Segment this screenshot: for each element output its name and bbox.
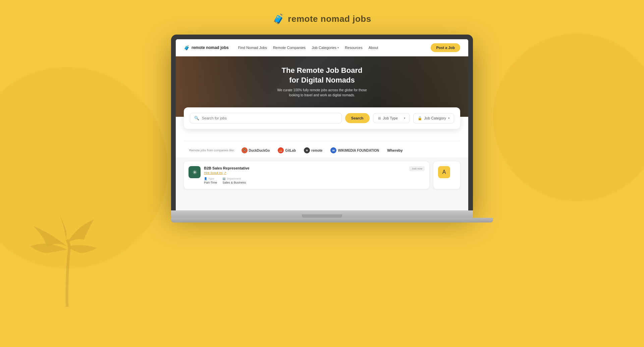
top-brand-icon: 🧳 — [273, 13, 284, 24]
job-type-chevron: ▾ — [404, 116, 406, 120]
job-type-meta: 👤 Type Part-Time — [204, 177, 217, 184]
job-type-meta-value: Part-Time — [204, 181, 217, 184]
job-card-2[interactable]: A — [433, 161, 460, 189]
job-category-label: Job Category — [424, 116, 446, 120]
job-dept-meta: 🏢 Department Sales & Business — [222, 177, 246, 184]
nav-job-categories-chevron: ▾ — [337, 46, 339, 49]
nav-job-categories-label: Job Categories — [312, 46, 336, 50]
company-wikimedia: W WIKIMEDIA FOUNDATION — [330, 147, 379, 153]
job-type-meta-label: 👤 Type — [204, 177, 217, 180]
job-card-1-logo: ✳ — [189, 166, 201, 178]
job-card-1-title: B2B Sales Representative — [204, 166, 406, 170]
job-cards-row: ✳ B2B Sales Representative Hire Scout In… — [184, 161, 460, 189]
hero-content: The Remote Job Board for Digital Nomads … — [176, 56, 468, 98]
company-remote: R remote — [304, 147, 322, 153]
nav-brand: 🧳 remote nomad jobs — [184, 45, 229, 50]
nav-job-categories[interactable]: Job Categories ▾ — [312, 46, 339, 50]
bg-decor-right — [493, 34, 644, 201]
external-link-icon: ↗ — [224, 171, 226, 175]
job-card-2-logo-symbol: A — [442, 169, 446, 175]
gitlab-icon: 🦊 — [278, 147, 284, 153]
company-logos: 🦆 DuckDuckGo 🦊 GitLab R remote — [241, 147, 455, 153]
search-section: 🔍 Search 🖥 Job Type ▾ 🔒 Jo — [176, 117, 468, 129]
job-category-icon: 🔒 — [418, 116, 422, 120]
search-button[interactable]: Search — [345, 113, 370, 123]
laptop-container: 🧳 remote nomad jobs Find Nomad Jobs Remo… — [171, 35, 473, 222]
search-input[interactable] — [202, 116, 337, 120]
job-dept-meta-label: 🏢 Department — [222, 177, 246, 180]
nav-about[interactable]: About — [369, 46, 378, 50]
top-brand: 🧳 remote nomad jobs — [273, 13, 371, 24]
duckduckgo-name: DuckDuckGo — [249, 149, 270, 152]
post-job-button[interactable]: Post a Job — [431, 43, 460, 52]
hero-title: The Remote Job Board for Digital Nomads — [176, 66, 468, 85]
gitlab-name: GitLab — [285, 149, 296, 152]
company-duckduckgo: 🦆 DuckDuckGo — [241, 147, 270, 153]
companies-label: Remote jobs from companies like: — [189, 149, 235, 152]
type-icon: 👤 — [204, 177, 207, 180]
bg-decor-left — [0, 67, 168, 268]
dept-icon: 🏢 — [222, 177, 226, 180]
nav-resources[interactable]: Resources — [345, 46, 363, 50]
nav-remote-companies[interactable]: Remote Companies — [273, 46, 306, 50]
nav-brand-text: remote nomad jobs — [192, 45, 229, 50]
laptop-screen: 🧳 remote nomad jobs Find Nomad Jobs Remo… — [176, 39, 468, 210]
job-type-dropdown[interactable]: 🖥 Job Type ▾ — [373, 113, 410, 123]
job-dept-meta-value: Sales & Business — [222, 181, 246, 184]
job-card-1-info: B2B Sales Representative Hire Scout Inc … — [204, 166, 406, 184]
job-card-1[interactable]: ✳ B2B Sales Representative Hire Scout In… — [184, 161, 429, 189]
nav-links: Find Nomad Jobs Remote Companies Job Cat… — [238, 46, 431, 50]
job-card-1-meta: 👤 Type Part-Time 🏢 Department — [204, 177, 406, 184]
laptop-bottom — [171, 218, 493, 222]
wikimedia-icon: W — [330, 147, 336, 153]
search-row: 🔍 Search 🖥 Job Type ▾ 🔒 Jo — [190, 113, 454, 123]
website-content: 🧳 remote nomad jobs Find Nomad Jobs Remo… — [176, 39, 468, 210]
nav-brand-icon: 🧳 — [184, 45, 190, 50]
nav-find-nomad-jobs[interactable]: Find Nomad Jobs — [238, 46, 267, 50]
job-type-icon: 🖥 — [377, 116, 381, 120]
job-category-dropdown[interactable]: 🔒 Job Category ▾ — [413, 113, 454, 123]
remote-icon: R — [304, 147, 310, 153]
job-card-1-logo-symbol: ✳ — [193, 169, 197, 176]
wikimedia-name: WIKIMEDIA FOUNDATION — [338, 149, 379, 152]
company-whereby: Whereby — [387, 148, 402, 152]
job-card-2-logo: A — [438, 166, 450, 178]
company-gitlab: 🦊 GitLab — [278, 147, 296, 153]
job-card-1-badge: Just now — [409, 166, 425, 171]
search-card: 🔍 Search 🖥 Job Type ▾ 🔒 Jo — [184, 107, 460, 129]
companies-row: Remote jobs from companies like: 🦆 DuckD… — [189, 147, 455, 153]
companies-section: Remote jobs from companies like: 🦆 DuckD… — [176, 141, 468, 157]
top-brand-name: remote nomad jobs — [288, 14, 371, 24]
palm-decoration-left — [17, 179, 117, 313]
job-card-1-company[interactable]: Hire Scout Inc ↗ — [204, 171, 406, 175]
laptop-frame: 🧳 remote nomad jobs Find Nomad Jobs Remo… — [171, 35, 473, 210]
duckduckgo-icon: 🦆 — [241, 147, 248, 153]
job-type-label: Job Type — [383, 116, 402, 120]
spacer-after-search — [176, 129, 468, 141]
search-input-wrapper[interactable]: 🔍 — [190, 113, 342, 123]
jobs-section: ✳ B2B Sales Representative Hire Scout In… — [176, 157, 468, 210]
whereby-name: Whereby — [387, 148, 402, 152]
job-category-chevron: ▾ — [448, 116, 450, 120]
laptop-base — [171, 210, 473, 218]
navbar: 🧳 remote nomad jobs Find Nomad Jobs Remo… — [176, 39, 468, 56]
remote-name: remote — [311, 149, 322, 152]
search-icon: 🔍 — [194, 116, 199, 120]
hero-subtitle: We curate 100% fully remote jobs across … — [272, 88, 372, 98]
